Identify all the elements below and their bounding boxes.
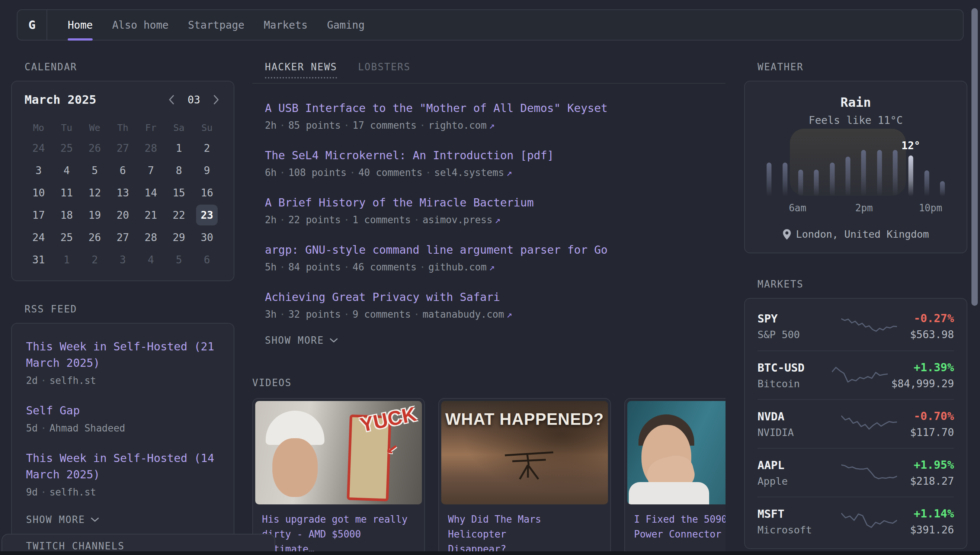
calendar-day: 28 [140, 227, 162, 248]
calendar-day: 15 [168, 182, 190, 203]
thumbnail-overlay-text: WHAT HAPPENED? [441, 410, 608, 428]
news-tab-hacker-news[interactable]: HACKER NEWS [265, 61, 337, 79]
rss-item-meta: 5d·Ahmad Shadeed [26, 423, 220, 434]
news-item-comments: 40 comments [358, 167, 422, 178]
weather-bar [767, 162, 771, 196]
video-thumbnail[interactable]: WHAT HAPPENED? [441, 401, 608, 504]
weather-bar [845, 157, 850, 197]
news-item-meta: 2h·22 points·1 comments·asimov.press↗ [265, 214, 725, 225]
calendar-day: 29 [168, 227, 190, 248]
nav-tabs: HomeAlso homeStartpageMarketsGaming [47, 10, 365, 40]
rss-show-more-button[interactable]: SHOW MORE [26, 514, 220, 525]
calendar-day-cell: 3 [24, 159, 53, 181]
market-symbol[interactable]: SPY [757, 312, 828, 325]
external-link-icon: ↗ [504, 167, 512, 178]
market-symbol[interactable]: BTC-USD [757, 361, 828, 374]
chevron-left-icon[interactable] [167, 93, 176, 106]
market-sparkline [828, 313, 910, 340]
weather-hourly-chart: 12° [761, 148, 950, 196]
calendar-day-cell: 7 [137, 159, 165, 181]
scrollbar-thumb[interactable] [972, 8, 978, 306]
video-card-body: I Fixed the 5090'sPower Connector Proble… [627, 504, 725, 555]
calendar-weekday: Sa [165, 122, 193, 133]
video-title[interactable]: His upgrade got me reallydirty - AMD $50… [262, 512, 415, 555]
calendar-day-cell: 23 [193, 204, 221, 226]
market-price: $563.98 [910, 329, 954, 341]
rss-item: Self Gap5d·Ahmad Shadeed [26, 403, 220, 434]
calendar-weekday: Fr [137, 122, 165, 133]
calendar-day: 26 [84, 227, 106, 248]
right-column: WEATHER Rain Feels like 11°C 12° 6am2pm1… [744, 61, 967, 549]
weather-location-label: London, United Kingdom [796, 228, 929, 240]
news-item-domain[interactable]: sel4.systems [434, 167, 504, 178]
nav-tab-startpage[interactable]: Startpage [188, 10, 244, 40]
news-item-title[interactable]: A USB Interface to the "Mother of All De… [265, 101, 725, 115]
calendar-day: 31 [28, 249, 50, 270]
market-symbol[interactable]: NVDA [757, 410, 828, 423]
news-item-title[interactable]: argp: GNU-style command line argument pa… [265, 243, 725, 256]
nav-tab-label: Also home [112, 19, 168, 31]
market-name: Apple [757, 475, 828, 487]
calendar-day-selected: 23 [196, 205, 218, 225]
rss-item-title[interactable]: This Week in Self-Hosted (21March 2025) [26, 338, 220, 371]
calendar-day: 2 [196, 138, 218, 159]
news-show-more-button[interactable]: SHOW MORE [265, 335, 725, 346]
nav-tab-also-home[interactable]: Also home [112, 10, 168, 40]
nav-tab-home[interactable]: Home [68, 10, 93, 40]
chevron-right-icon[interactable] [211, 93, 221, 106]
calendar-day-cell: 24 [24, 137, 53, 159]
calendar-day: 2 [84, 249, 106, 270]
video-title[interactable]: Why Did The Mars HelicopterDisappear? [448, 512, 601, 555]
news-item-domain[interactable]: asimov.press [423, 214, 492, 225]
calendar-day: 18 [56, 205, 77, 225]
news-item-title[interactable]: The SeL4 Microkernel: An Introduction [p… [265, 149, 725, 162]
calendar-day: 8 [168, 160, 190, 181]
markets-heading: MARKETS [757, 279, 967, 290]
meta-dot: · [341, 214, 353, 225]
news-item-meta: 6h·108 points·40 comments·sel4.systems↗ [265, 167, 725, 178]
calendar-day: 25 [56, 227, 77, 248]
weather-heading: WEATHER [757, 61, 967, 72]
calendar-day: 16 [196, 182, 218, 203]
news-item-domain[interactable]: matanabudy.com [423, 309, 504, 320]
calendar-day-cell: 6 [109, 159, 136, 181]
news-item-domain[interactable]: righto.com [428, 120, 487, 131]
rss-item-title[interactable]: This Week in Self-Hosted (14March 2025) [26, 450, 220, 483]
videos-heading: VIDEOS [252, 377, 725, 388]
market-change: +1.14% [910, 507, 954, 520]
market-row: AAPLApple+1.95%$218.27 [757, 448, 954, 497]
calendar-day-cell: 16 [193, 181, 221, 204]
nav-tab-markets[interactable]: Markets [264, 10, 308, 40]
market-sparkline [828, 459, 910, 486]
meta-dot: · [411, 309, 423, 320]
app-logo[interactable]: G [18, 10, 47, 40]
market-name: Bitcoin [757, 378, 828, 390]
weather-bar [893, 150, 897, 196]
market-change: -0.70% [910, 409, 954, 423]
market-id: SPYS&P 500 [757, 312, 828, 340]
nav-tab-gaming[interactable]: Gaming [327, 10, 365, 40]
market-symbol[interactable]: MSFT [757, 507, 828, 520]
news-item-title[interactable]: A Brief History of the Miracle Bacterium [265, 196, 725, 209]
videos-row: YUCK↙His upgrade got me reallydirty - AM… [252, 398, 725, 555]
video-thumbnail[interactable]: YUCK↙ [255, 401, 422, 504]
rss-item-title[interactable]: Self Gap [26, 403, 220, 419]
calendar-day-cell: 26 [81, 226, 109, 249]
calendar-month-title: March 2025 [24, 93, 96, 107]
video-card: DOTHTI Fixed the 5090'sPower Connector P… [624, 398, 725, 555]
rss-item-age: 9d [26, 486, 38, 498]
news-item-points: 84 points [288, 261, 341, 273]
news-item-domain[interactable]: github.com [428, 261, 487, 273]
video-thumbnail[interactable]: DOTHT [627, 401, 725, 504]
market-id: BTC-USDBitcoin [757, 361, 828, 390]
calendar-day-cell: 4 [53, 159, 80, 181]
top-nav: G HomeAlso homeStartpageMarketsGaming [17, 9, 964, 40]
market-symbol[interactable]: AAPL [757, 459, 828, 472]
calendar-widget: March 2025 03 MoTuWeThFrSaSu 24252627281… [11, 81, 234, 281]
news-tab-lobsters[interactable]: LOBSTERS [358, 61, 411, 79]
meta-dot: · [417, 261, 428, 273]
calendar-day: 4 [140, 249, 162, 270]
video-title[interactable]: I Fixed the 5090'sPower Connector Proble… [634, 512, 725, 542]
news-item-title[interactable]: Achieving Great Privacy with Safari [265, 290, 725, 303]
calendar-day-cell: 31 [24, 249, 53, 271]
